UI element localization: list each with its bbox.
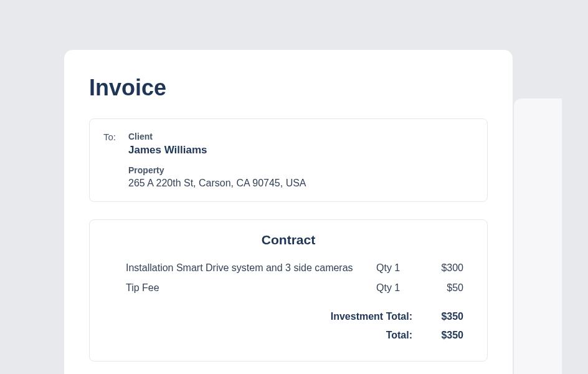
client-label: Client xyxy=(128,132,473,141)
property-address: 265 A 220th St, Carson, CA 90745, USA xyxy=(128,178,473,189)
contract-panel: Contract Installation Smart Drive system… xyxy=(89,219,488,362)
client-name: James Williams xyxy=(128,144,473,156)
property-label: Property xyxy=(128,165,473,175)
to-label: To: xyxy=(103,132,118,142)
recipient-panel: To: Client James Williams Property 265 A… xyxy=(89,118,488,202)
line-item-description: Installation Smart Drive system and 3 si… xyxy=(126,262,376,274)
line-item-price: $50 xyxy=(426,282,463,294)
background-card xyxy=(514,98,562,374)
investment-total-row: Investment Total: $350 xyxy=(126,311,463,322)
line-item: Installation Smart Drive system and 3 si… xyxy=(126,262,463,274)
investment-total-label: Investment Total: xyxy=(126,311,426,322)
invoice-card: Invoice To: Client James Williams Proper… xyxy=(64,50,513,374)
grand-total-value: $350 xyxy=(426,330,463,341)
line-item-qty: Qty 1 xyxy=(376,282,426,294)
line-item-qty: Qty 1 xyxy=(376,262,426,274)
grand-total-label: Total: xyxy=(126,330,426,341)
line-item-price: $300 xyxy=(426,262,463,274)
line-items: Installation Smart Drive system and 3 si… xyxy=(103,262,473,294)
grand-total-row: Total: $350 xyxy=(126,330,463,341)
page-title: Invoice xyxy=(89,75,488,101)
investment-total-value: $350 xyxy=(426,311,463,322)
line-item-description: Tip Fee xyxy=(126,282,376,294)
line-item: Tip Fee Qty 1 $50 xyxy=(126,282,463,294)
contract-title: Contract xyxy=(103,233,473,247)
totals-section: Investment Total: $350 Total: $350 xyxy=(103,311,473,341)
